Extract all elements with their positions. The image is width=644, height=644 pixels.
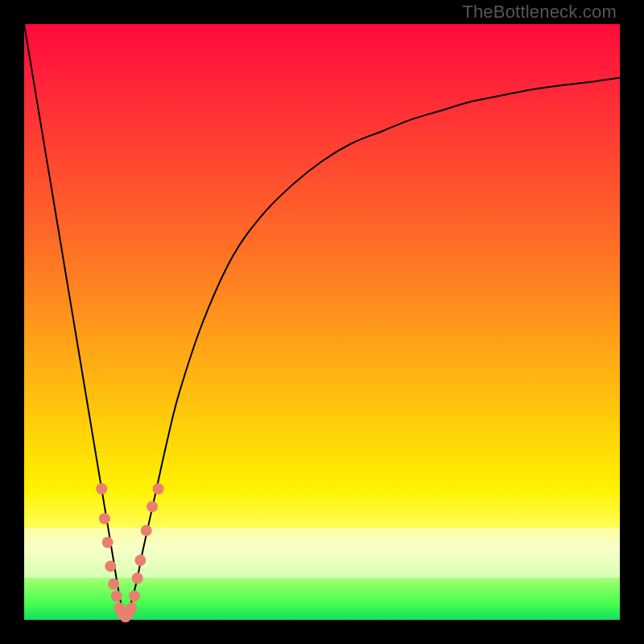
highlight-dot [141,525,152,536]
highlight-dot [108,579,119,590]
chart-frame: TheBottleneck.com [0,0,644,644]
plot-area [24,24,620,620]
curve-svg [24,24,620,620]
highlight-dot [96,483,107,494]
highlight-dot [99,513,110,524]
highlight-dot [126,602,137,613]
highlight-dots [96,483,163,622]
highlight-dot [105,560,116,572]
watermark-text: TheBottleneck.com [462,2,617,23]
highlight-dot [132,572,143,584]
highlight-dot [153,483,164,494]
highlight-dot [134,555,146,566]
highlight-dot [129,590,140,601]
bottleneck-curve [24,24,620,620]
highlight-dot [147,501,158,512]
highlight-dot [111,590,122,601]
highlight-dot [102,537,114,548]
